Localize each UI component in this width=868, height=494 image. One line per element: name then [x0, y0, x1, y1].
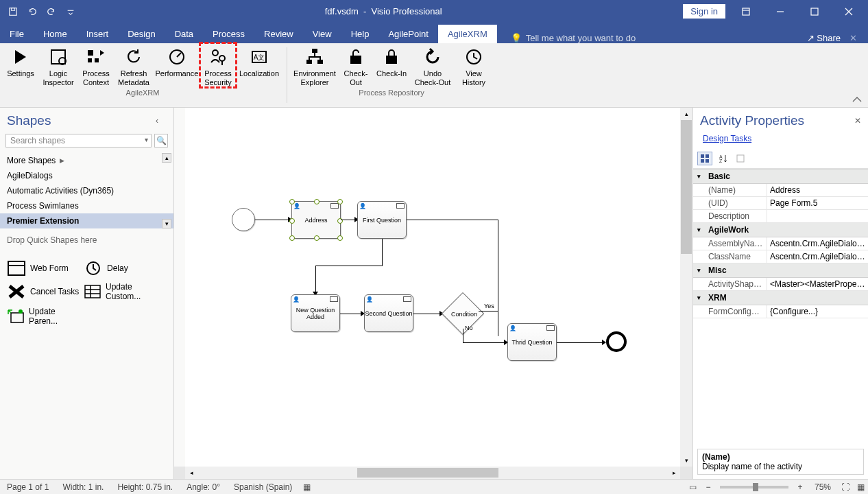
settings-button[interactable]: Settings	[3, 43, 38, 87]
category-xrm[interactable]: ▾XRM	[693, 291, 868, 305]
tab-file[interactable]: File	[0, 25, 34, 43]
zoom-level[interactable]: 75%	[808, 482, 838, 492]
tab-help[interactable]: Help	[341, 25, 379, 43]
node-start[interactable]	[232, 208, 255, 231]
connector[interactable]	[413, 314, 441, 314]
undo-icon[interactable]	[23, 3, 41, 20]
shape-cancel-tasks[interactable]: Cancel Tasks	[5, 279, 82, 304]
scroll-up-icon[interactable]: ▴	[162, 153, 171, 163]
tab-agilepoint[interactable]: AgilePoint	[378, 25, 438, 43]
shape-update-parent[interactable]: Update Paren...	[5, 304, 82, 329]
more-shapes-row[interactable]: More Shapes▶	[0, 153, 173, 168]
stencil-swimlanes[interactable]: Process Swimlanes	[0, 198, 173, 213]
property-pages-button[interactable]	[733, 152, 748, 165]
connector[interactable]	[557, 342, 603, 343]
zoom-out-button[interactable]: −	[701, 482, 716, 492]
canvas-vertical-scrollbar[interactable]: ▴ ▾	[680, 108, 692, 467]
shape-delay[interactable]: Delay	[82, 257, 159, 279]
refresh-metadata-button[interactable]: Refresh Metadata	[114, 43, 154, 87]
scroll-up-icon[interactable]: ▴	[680, 108, 692, 120]
undo-check-out-button[interactable]: Undo Check-Out	[409, 43, 456, 87]
category-basic[interactable]: ▾Basic	[693, 169, 868, 184]
connector[interactable]	[315, 266, 316, 293]
connector[interactable]	[255, 220, 289, 220]
tab-home[interactable]: Home	[34, 25, 77, 43]
tab-agilexrm[interactable]: AgileXRM	[438, 25, 497, 43]
tab-design[interactable]: Design	[118, 25, 165, 43]
stencil-agiledialogs[interactable]: AgileDialogs	[0, 168, 173, 183]
stencil-premier-extension[interactable]: Premier Extension	[0, 213, 173, 228]
redo-icon[interactable]	[43, 3, 60, 20]
canvas-horizontal-scrollbar[interactable]: ◂ ▸	[185, 467, 680, 479]
drawing-canvas[interactable]: 👤 Address 👤 First Question	[185, 108, 680, 467]
shape-update-custom[interactable]: Update Custom...	[82, 279, 159, 304]
connector[interactable]	[407, 220, 498, 220]
close-icon[interactable]	[835, 2, 863, 21]
macro-recording-icon[interactable]: ▦	[299, 482, 314, 492]
prop-uid[interactable]: (UID)Page Form.5	[693, 197, 868, 210]
prop-description[interactable]: Description	[693, 210, 868, 223]
shape-web-form[interactable]: Web Form	[5, 257, 82, 279]
localization-button[interactable]: A文 Localization	[236, 43, 282, 87]
search-go-button[interactable]: 🔍	[154, 134, 168, 148]
collapse-ribbon-icon[interactable]	[852, 96, 864, 106]
connector[interactable]	[382, 239, 383, 266]
stencil-scrollbar[interactable]: ▴ ▾	[161, 153, 172, 228]
node-third-question[interactable]: 👤 Thrid Question	[507, 323, 557, 361]
qat-customize-icon[interactable]	[62, 3, 80, 20]
scrollbar-thumb[interactable]	[357, 468, 498, 478]
scroll-down-icon[interactable]: ▾	[162, 219, 171, 228]
close-panel-icon[interactable]: ✕	[854, 116, 861, 126]
fit-page-icon[interactable]: ⛶	[838, 482, 853, 492]
alphabetical-view-button[interactable]: AZ	[715, 152, 730, 165]
scrollbar-thumb[interactable]	[681, 120, 692, 254]
categorized-view-button[interactable]	[697, 152, 712, 165]
tab-review[interactable]: Review	[254, 25, 303, 43]
save-icon[interactable]	[4, 3, 22, 20]
search-dropdown-icon[interactable]: ▾	[145, 136, 148, 143]
connector[interactable]	[463, 329, 463, 342]
ribbon-display-options-icon[interactable]	[732, 2, 760, 21]
maximize-icon[interactable]	[801, 2, 828, 21]
status-language[interactable]: Spanish (Spain)	[227, 482, 299, 492]
prop-classname[interactable]: ClassNameAscentn.Crm.AgileDialogsActivit…	[693, 250, 868, 263]
check-out-button[interactable]: Check-Out	[338, 43, 374, 87]
switch-windows-icon[interactable]: ▦	[853, 482, 868, 492]
node-end[interactable]	[606, 331, 627, 352]
connector[interactable]	[498, 220, 498, 336]
scroll-right-icon[interactable]: ▸	[668, 467, 680, 478]
tab-process[interactable]: Process	[203, 25, 254, 43]
sign-in-button[interactable]: Sign in	[683, 4, 725, 19]
prop-assemblyname[interactable]: AssemblyNameAscentn.Crm.AgileDialogsActi…	[693, 237, 868, 250]
scroll-down-icon[interactable]: ▾	[680, 454, 692, 467]
view-history-button[interactable]: View History	[456, 43, 492, 87]
prop-formconfig[interactable]: FormConfiguration{Configure...}	[693, 305, 868, 318]
node-first-question[interactable]: 👤 First Question	[357, 201, 407, 239]
process-context-button[interactable]: Process Context	[78, 43, 114, 87]
tab-data[interactable]: Data	[165, 25, 203, 43]
share-button[interactable]: ↗ Share	[807, 33, 841, 43]
stencil-auto-activities[interactable]: Automatic Activities (Dyn365)	[0, 183, 173, 198]
connector[interactable]	[315, 266, 383, 266]
scroll-left-icon[interactable]: ◂	[185, 467, 197, 478]
check-in-button[interactable]: Check-In	[374, 43, 409, 87]
design-tasks-link[interactable]: Design Tasks	[703, 134, 751, 143]
category-misc[interactable]: ▾Misc	[693, 263, 868, 278]
process-security-button[interactable]: Process Security	[200, 43, 236, 87]
prop-name[interactable]: (Name)Address	[693, 184, 868, 197]
node-new-question[interactable]: 👤 New Question Added	[291, 294, 340, 332]
zoom-slider[interactable]	[720, 486, 788, 489]
connector[interactable]	[498, 336, 498, 336]
node-address[interactable]: 👤 Address	[291, 201, 341, 239]
status-page[interactable]: Page 1 of 1	[0, 482, 56, 492]
zoom-in-button[interactable]: +	[793, 482, 808, 492]
connector[interactable]	[341, 220, 356, 220]
collapse-shapes-icon[interactable]: ‹	[156, 116, 167, 126]
context-tab-close-icon[interactable]: ✕	[845, 33, 861, 43]
connector[interactable]	[463, 342, 505, 343]
minimize-icon[interactable]	[767, 2, 794, 21]
prop-activityshape[interactable]: ActivityShapeProperties<Master><MasterPr…	[693, 278, 868, 291]
connector[interactable]	[479, 311, 498, 311]
connector[interactable]	[340, 314, 362, 314]
environment-explorer-button[interactable]: Environment Explorer	[291, 43, 338, 87]
